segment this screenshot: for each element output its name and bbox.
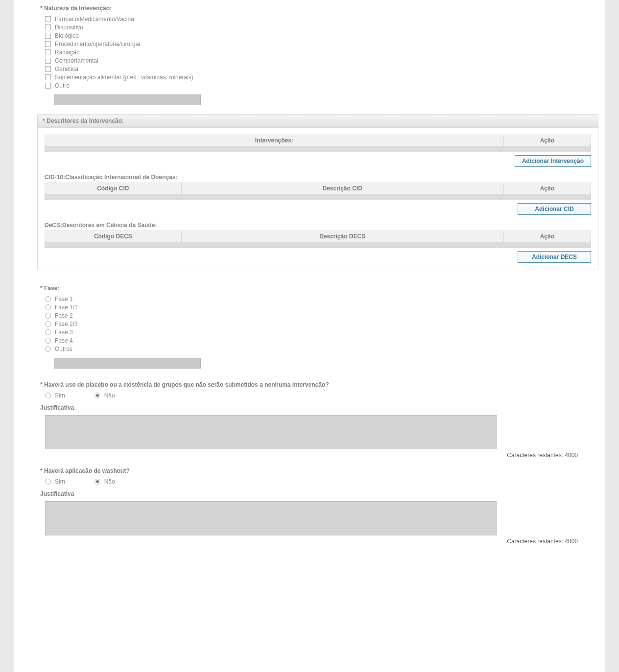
- decs-th1: Código DECS: [45, 231, 182, 242]
- washout-char-count: Caracteres restantes: 4000: [40, 538, 578, 545]
- nature-opt-label: Outro: [55, 82, 70, 89]
- placebo-label: * Haverá uso de placebo ou a existência …: [40, 381, 591, 388]
- washout-no-label: Não: [104, 478, 115, 485]
- intervencoes-table: Intervenções: Ação: [45, 135, 591, 152]
- nature-opt-label: Fármaco/Medicamento/Vacina: [55, 16, 134, 23]
- washout-justificativa[interactable]: [45, 501, 497, 535]
- placebo-no[interactable]: [95, 393, 100, 398]
- acao-th: Ação: [503, 231, 591, 242]
- nature-opt-7[interactable]: [45, 74, 51, 80]
- placebo-yes-label: Sim: [55, 392, 65, 399]
- placebo-just-label: Justificativa: [40, 404, 591, 411]
- nature-opt-8[interactable]: [45, 83, 51, 89]
- placebo-justificativa[interactable]: [45, 415, 497, 449]
- nature-other-input[interactable]: [54, 94, 201, 105]
- fase-label: * Fase:: [40, 285, 591, 292]
- washout-just-label: Justificativa: [40, 490, 591, 497]
- add-decs-button[interactable]: Adicionar DECS: [518, 251, 591, 263]
- fase-opt-4[interactable]: [45, 329, 51, 335]
- decs-th2: Descrição DECS: [181, 231, 503, 242]
- washout-yes[interactable]: [45, 479, 51, 485]
- nature-opt-label: Genética: [55, 66, 78, 72]
- nature-opt-label: Procedimento/operatória/cirurgia: [55, 41, 140, 47]
- cid-title: CID-10:Classificação Internacional de Do…: [45, 174, 591, 181]
- descritores-header: * Descritores da Intervenção:: [38, 115, 598, 128]
- intervencoes-th: Intervenções:: [45, 135, 504, 146]
- fase-opt-3[interactable]: [45, 321, 51, 327]
- placebo-no-label: Não: [104, 392, 115, 399]
- nature-opt-label: Suplementação alimentar (p.ex.: vitamina…: [55, 74, 193, 81]
- nature-opt-4[interactable]: [45, 49, 51, 55]
- nature-opt-2[interactable]: [45, 33, 51, 39]
- fase-opt-label: Fase 3: [55, 329, 73, 336]
- washout-label: * Haverá aplicação de washout?: [40, 467, 591, 474]
- add-cid-button[interactable]: Adicionar CID: [518, 203, 591, 215]
- nature-opt-6[interactable]: [45, 66, 51, 72]
- nature-opt-label: Dispositivo: [55, 24, 83, 31]
- fase-opt-5[interactable]: [45, 338, 51, 344]
- nature-opt-0[interactable]: [45, 16, 51, 22]
- decs-table: Código DECS Descrição DECS Ação: [45, 231, 591, 248]
- nature-opt-1[interactable]: [45, 24, 51, 30]
- add-intervencao-button[interactable]: Adicionar Intervenção: [515, 155, 591, 167]
- acao-th: Ação: [503, 135, 591, 146]
- fase-opt-1[interactable]: [45, 304, 51, 310]
- cid-th2: Descrição CID: [181, 183, 503, 194]
- fase-other-input[interactable]: [54, 358, 201, 369]
- fase-opt-label: Fase 1: [55, 296, 73, 302]
- descritores-panel: * Descritores da Intervenção: Intervençõ…: [37, 114, 598, 270]
- cid-th1: Código CID: [45, 183, 182, 194]
- fase-opt-2[interactable]: [45, 313, 51, 319]
- nature-opt-label: Biológica: [55, 32, 79, 39]
- table-row: [45, 242, 591, 248]
- fase-opt-label: Fase 1/2: [55, 304, 78, 311]
- decs-title: DeCS:Descritores em Ciência da Saúde:: [45, 222, 591, 229]
- nature-opt-label: Comportamental: [55, 57, 98, 64]
- washout-no[interactable]: [95, 479, 100, 485]
- washout-yes-label: Sim: [55, 478, 65, 485]
- acao-th: Ação: [503, 183, 591, 194]
- cid-table: Código CID Descrição CID Ação: [45, 183, 591, 200]
- placebo-char-count: Caracteres restantes: 4000: [40, 452, 578, 459]
- nature-opt-5[interactable]: [45, 58, 51, 64]
- nature-label: * Natureza da Intevenção:: [40, 5, 591, 12]
- fase-opt-label: Fase 4: [55, 337, 73, 344]
- fase-opt-label: Outros: [55, 346, 72, 352]
- nature-opt-label: Radiação: [55, 49, 80, 56]
- table-row: [45, 146, 591, 152]
- placebo-yes[interactable]: [45, 393, 51, 398]
- fase-opt-label: Fase 2: [55, 312, 73, 319]
- nature-opt-3[interactable]: [45, 41, 51, 47]
- fase-opt-6[interactable]: [45, 346, 51, 352]
- fase-opt-0[interactable]: [45, 296, 51, 302]
- fase-opt-label: Fase 2/3: [55, 321, 78, 327]
- table-row: [45, 194, 591, 200]
